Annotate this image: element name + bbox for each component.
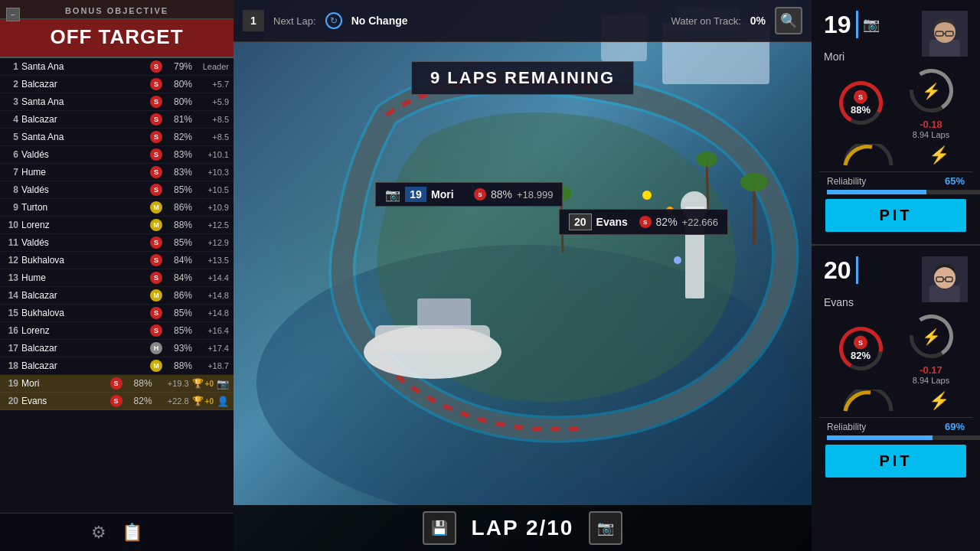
standing-tire: M: [150, 219, 162, 231]
driver1-pit-button[interactable]: PIT: [825, 199, 966, 232]
svg-point-12: [696, 152, 717, 167]
standing-name: Bukhalova: [21, 308, 148, 318]
driver1-reliability-label: Reliability: [827, 176, 866, 187]
standing-name: Santa Ana: [21, 61, 148, 72]
standing-tire: S: [150, 131, 162, 143]
evans-tire-pct: 82%: [656, 216, 678, 228]
driver1-fuel-visual: ⚡: [906, 66, 956, 116]
standing-pos: 10: [5, 220, 21, 230]
standing-gap: +17.4: [192, 344, 229, 353]
lap-save-icon[interactable]: 💾: [423, 511, 456, 545]
driver2-card: 20 Evans: [812, 246, 980, 551]
search-button[interactable]: 🔍: [775, 7, 802, 34]
off-target-banner: OFF TARGET: [0, 19, 234, 58]
standing-tire: S: [150, 324, 162, 337]
standing-pct: 85%: [165, 308, 192, 318]
minimize-button[interactable]: −: [6, 8, 20, 21]
driver1-fuel-delta: -0.18: [913, 119, 949, 130]
driver1-reliability-bar: [827, 190, 926, 194]
standing-name: Valdés: [21, 237, 148, 248]
driver1-fuel-gauge: ⚡ -0.18 8.94 Laps: [906, 66, 956, 139]
standing-pct: 85%: [165, 237, 192, 248]
standing-tire: M: [150, 289, 162, 302]
driver1-avatar-svg: [922, 11, 968, 57]
mori-camera-icon: 📷: [385, 187, 400, 202]
water-value: 0%: [750, 15, 766, 27]
standing-pos: 14: [5, 290, 21, 301]
standing-gap: +5.9: [192, 97, 229, 106]
standing-row-20: 20 Evans S 82% +22.8 🏆 +0👤: [0, 393, 234, 410]
standing-tire: S: [150, 184, 162, 196]
driver2-reliability-bar-container: [827, 435, 980, 440]
driver2-tire-gauge-circle: S 82%: [836, 324, 886, 373]
standing-name: Hume: [21, 272, 148, 283]
standing-row-15: 15 Bukhalova S 85% +14.8: [0, 305, 234, 322]
standing-gap: +19.3: [152, 379, 189, 388]
water-label: Water on Track:: [671, 15, 740, 27]
standing-tire: S: [150, 254, 162, 266]
standing-row-14: 14 Balcazar M 86% +14.8: [0, 287, 234, 305]
standing-pct: 84%: [165, 255, 192, 266]
standing-row-13: 13 Hume S 84% +14.4: [0, 269, 234, 287]
svg-line-11: [707, 161, 708, 214]
camera-button[interactable]: 📷: [589, 511, 622, 545]
standing-pos: 13: [5, 272, 21, 283]
standing-pct: 82%: [165, 132, 192, 142]
standing-gap: +10.3: [192, 168, 229, 177]
standing-row-5: 5 Santa Ana S 82% +8.5: [0, 129, 234, 146]
standing-row-3: 3 Santa Ana S 80% +5.9: [0, 93, 234, 111]
standing-pos: 15: [5, 308, 21, 318]
driver2-number: 20: [824, 258, 851, 282]
driver2-avatar-svg: [922, 256, 968, 302]
standing-gap: Leader: [192, 62, 229, 71]
bonus-header: − BONUS OBJECTIVE: [0, 0, 234, 19]
standing-pos: 19: [5, 378, 21, 389]
mori-tire-pct: 88%: [491, 188, 512, 201]
standing-name: Valdés: [21, 184, 148, 195]
driver1-fuel-icon: ⚡: [922, 82, 941, 100]
driver2-pit-button[interactable]: PIT: [825, 445, 966, 478]
standing-row-18: 18 Balcazar M 88% +18.7: [0, 357, 234, 375]
driver1-lightning-icon: ⚡: [927, 145, 950, 165]
standing-row-1: 1 Santa Ana S 79% Leader: [0, 58, 234, 76]
standing-gap: +10.1: [192, 150, 229, 159]
standing-tire: S: [110, 395, 122, 407]
driver1-reliability-row: Reliability 65%: [819, 171, 972, 190]
standing-name: Balcazar: [21, 290, 148, 301]
laps-remaining-text: 9 LAPS REMAINING: [411, 61, 634, 95]
standing-pct: 80%: [165, 96, 192, 107]
driver1-gauges: S 88% ⚡ -0.18 8.94: [819, 63, 972, 142]
pts-badge: +0: [205, 380, 214, 388]
standing-pos: 17: [5, 343, 21, 354]
standing-gap: +13.5: [192, 256, 229, 265]
standing-name: Hume: [21, 167, 148, 178]
standing-gap: +12.5: [192, 220, 229, 230]
svg-rect-7: [375, 325, 490, 352]
standing-gap: +14.8: [192, 308, 229, 318]
svg-point-15: [642, 191, 652, 200]
standing-pct: 86%: [165, 202, 192, 213]
svg-point-21: [934, 21, 956, 43]
standing-pct: 84%: [165, 272, 192, 283]
standing-row-6: 6 Valdés S 83% +10.1: [0, 146, 234, 164]
standing-name: Balcazar: [21, 343, 148, 354]
standing-gap: +16.4: [192, 326, 229, 335]
standing-pct: 88%: [125, 378, 152, 389]
camera-icon-row: 📷: [217, 378, 229, 390]
standing-tire: M: [150, 201, 162, 214]
standing-name: Lorenz: [21, 325, 148, 336]
standing-pct: 85%: [165, 184, 192, 195]
standing-tire: S: [150, 148, 162, 161]
driver1-tire-gauge-circle: S 88%: [836, 78, 886, 128]
bottom-icon2: 📋: [122, 523, 142, 543]
standing-name: Balcazar: [21, 114, 148, 125]
driver2-num-bar: [856, 256, 858, 284]
standing-row-8: 8 Valdés S 85% +10.5: [0, 181, 234, 199]
standing-pos: 11: [5, 237, 21, 248]
standing-pos: 18: [5, 360, 21, 371]
driver2-reliability-label: Reliability: [827, 422, 866, 432]
driver1-tire-center: S 88%: [851, 90, 871, 116]
driver2-fuel-visual: ⚡: [906, 311, 956, 361]
driver1-card: 19 📷 M: [812, 0, 980, 246]
driver1-camera-icon: 📷: [863, 16, 880, 33]
